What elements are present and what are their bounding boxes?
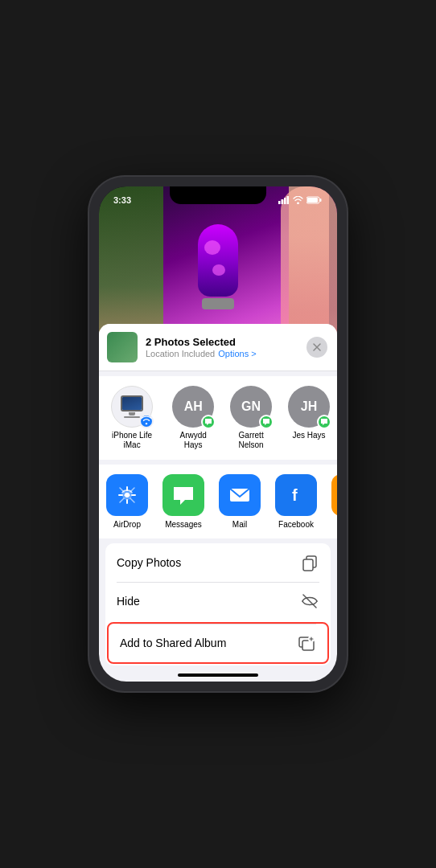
svg-rect-1 — [282, 199, 284, 204]
app-icon-messages — [162, 474, 204, 516]
app-name-facebook: Facebook — [278, 520, 314, 529]
battery-icon — [306, 196, 323, 204]
status-icons — [278, 196, 323, 204]
phone-screen: 3:33 — [99, 186, 337, 682]
app-item-airdrop[interactable]: AirDrop — [99, 474, 155, 529]
lava-blob-1 — [204, 240, 220, 255]
lava-lamp-base — [202, 298, 234, 309]
action-copy-photos-label: Copy Photos — [117, 556, 181, 569]
hide-icon — [300, 592, 319, 611]
contact-avatar-gn: GN — [230, 386, 272, 428]
mac-wifi-badge — [139, 414, 154, 428]
app-item-messages[interactable]: Messages — [155, 474, 212, 529]
contacts-row: iPhone Life iMac AH Arwydd Hays GN — [99, 376, 337, 460]
action-list: Copy Photos Hide — [105, 543, 331, 665]
contact-avatar-mac — [111, 386, 153, 428]
lava-blob-2 — [212, 264, 225, 276]
svg-rect-3 — [287, 196, 290, 204]
mac-base — [124, 416, 140, 418]
contact-initials-jh: JH — [301, 399, 317, 414]
close-button[interactable] — [306, 337, 327, 358]
copy-icon — [300, 553, 319, 572]
app-item-mail[interactable]: Mail — [212, 474, 268, 529]
app-icon-facebook: f — [275, 474, 317, 516]
lava-lamp — [198, 224, 238, 313]
contact-avatar-jh: JH — [288, 386, 330, 428]
lava-lamp-body — [198, 224, 238, 297]
contact-initials-ah: AH — [184, 399, 203, 414]
message-badge-ah — [201, 415, 216, 429]
contact-name-jes-hays: Jes Hays — [292, 431, 325, 440]
share-title: 2 Photos Selected — [146, 336, 298, 348]
mac-stand — [129, 412, 135, 416]
app-icon-mail — [219, 474, 261, 516]
contact-name-arwydd-hays: Arwydd Hays — [170, 431, 216, 450]
svg-rect-5 — [320, 199, 322, 202]
contact-avatar-ah: AH — [172, 386, 214, 428]
wifi-icon — [293, 196, 303, 204]
contact-item-jes-hays[interactable]: JH Jes Hays — [281, 386, 337, 450]
share-header-text: 2 Photos Selected Location Included Opti… — [146, 336, 298, 358]
share-subtitle: Location Included Options > — [146, 349, 298, 358]
action-add-shared-album-label: Add to Shared Album — [120, 637, 226, 649]
share-sheet: 2 Photos Selected Location Included Opti… — [99, 324, 337, 682]
mac-screen — [121, 395, 143, 411]
signal-icon — [278, 196, 290, 204]
svg-rect-0 — [278, 201, 281, 204]
app-name-messages: Messages — [165, 520, 202, 529]
app-item-more[interactable]: Me Me — [324, 474, 337, 529]
app-icon-more: Me — [331, 474, 337, 516]
message-badge-jh — [317, 415, 331, 429]
app-item-facebook[interactable]: f Facebook — [268, 474, 324, 529]
shared-album-icon — [297, 633, 316, 653]
contact-item-iphone-life-imac[interactable]: iPhone Life iMac — [99, 386, 165, 450]
phone-frame: 3:33 — [89, 177, 347, 691]
svg-line-16 — [303, 595, 316, 608]
contact-item-garrett-nelson[interactable]: GN Garrett Nelson — [221, 386, 281, 450]
contact-item-arwydd-hays[interactable]: AH Arwydd Hays — [165, 386, 221, 450]
app-name-airdrop: AirDrop — [113, 520, 141, 529]
apps-row: AirDrop Messages — [99, 465, 337, 538]
action-hide-label: Hide — [117, 595, 140, 608]
svg-rect-2 — [284, 198, 286, 204]
svg-rect-6 — [307, 198, 318, 203]
svg-text:f: f — [292, 486, 298, 504]
contact-initials-gn: GN — [241, 399, 261, 414]
app-name-mail: Mail — [232, 520, 247, 529]
notch — [170, 186, 266, 204]
location-included-label: Location Included — [146, 349, 215, 358]
message-badge-gn — [259, 415, 274, 429]
app-icon-airdrop — [106, 474, 148, 516]
home-indicator — [178, 674, 258, 677]
action-copy-photos[interactable]: Copy Photos — [105, 543, 331, 582]
status-time: 3:33 — [113, 195, 131, 205]
action-hide[interactable]: Hide — [105, 582, 331, 620]
contact-name-garrett-nelson: Garrett Nelson — [226, 431, 276, 450]
action-add-shared-album[interactable]: Add to Shared Album — [107, 622, 329, 664]
mac-icon — [121, 395, 143, 418]
options-link[interactable]: Options > — [218, 349, 256, 358]
share-header: 2 Photos Selected Location Included Opti… — [99, 324, 337, 371]
svg-rect-15 — [303, 559, 313, 571]
share-thumbnail — [107, 332, 138, 362]
